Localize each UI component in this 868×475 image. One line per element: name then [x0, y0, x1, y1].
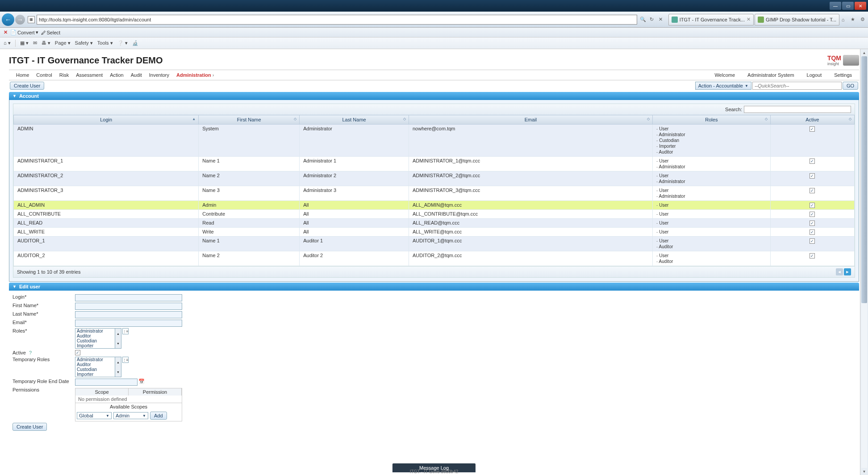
active-checkbox[interactable]: ✓ [810, 229, 815, 235]
active-checkbox[interactable]: ✓ [810, 221, 815, 226]
permission-select[interactable]: Admin▼ [113, 412, 148, 419]
research-icon[interactable]: 🔬 [132, 40, 138, 46]
convert-button[interactable]: 📄 Convert ▾ [10, 29, 38, 35]
email-field[interactable] [75, 320, 182, 327]
forward-button[interactable]: → [15, 15, 25, 25]
table-row[interactable]: ALL_READReadAllALL_READ@tqm.cccUser✓ [14, 219, 855, 228]
column-header-email[interactable]: Email◇ [409, 115, 652, 125]
safety-menu[interactable]: Safety ▾ [75, 40, 93, 46]
search-icon[interactable]: 🔍 [639, 16, 647, 24]
roles-listbox[interactable]: AdministratorAuditorCustodianImporter [75, 328, 115, 349]
add-permission-button[interactable]: Add [150, 412, 167, 420]
column-header-last-name[interactable]: Last Name◇ [300, 115, 409, 125]
tools-menu[interactable]: Tools ▾ [97, 40, 113, 46]
refresh-icon[interactable]: ↻ [648, 16, 656, 24]
role-option[interactable]: Administrator [75, 329, 115, 333]
mail-icon[interactable]: ✉ [33, 40, 37, 46]
scroll-down-icon[interactable]: ▼ [115, 367, 121, 377]
role-option[interactable]: Custodian [75, 367, 115, 372]
toolbar-close-icon[interactable]: ✕ [4, 29, 8, 35]
table-row[interactable]: ADMINSystemAdministratornowhere@com.tqmU… [14, 125, 855, 157]
scope-select[interactable]: Global▼ [77, 412, 112, 419]
role-option[interactable]: Auditor [75, 362, 115, 367]
active-checkbox[interactable]: ✓ [810, 158, 815, 164]
browser-tab[interactable]: GIMP Drop Shadow tutorial - T... [755, 14, 839, 25]
menu-item-administration[interactable]: Administration [173, 72, 217, 78]
table-row[interactable]: ALL_ADMINAdminAllALL_ADMIN@tqm.cccUser✓ [14, 201, 855, 210]
tab-close-icon[interactable]: ✕ [747, 17, 751, 22]
table-row[interactable]: ADMINISTRATOR_2Name 2Administrator 2ADMI… [14, 171, 855, 186]
role-option[interactable]: Auditor [75, 333, 115, 338]
scroll-up-icon[interactable]: ▲ [115, 357, 121, 367]
edit-user-panel-header[interactable]: ▼Edit user [9, 283, 859, 291]
table-row[interactable]: ALL_WRITEWriteAllALL_WRITE@tqm.cccUser✓ [14, 228, 855, 237]
table-row[interactable]: AUDITOR_2Name 2Auditor 2AUDITOR_2@tqm.cc… [14, 251, 855, 266]
table-search-input[interactable] [744, 106, 851, 113]
back-button[interactable]: ← [2, 13, 14, 26]
scroll-down-icon[interactable]: ▼ [860, 468, 868, 475]
column-header-active[interactable]: Active◇ [770, 115, 854, 125]
create-user-button[interactable]: Create User [10, 82, 44, 90]
window-maximize-button[interactable]: ▭ [842, 2, 854, 10]
pager-next[interactable]: ► [844, 268, 851, 275]
role-option[interactable]: Custodian [75, 338, 115, 343]
role-option[interactable]: Importer [75, 372, 115, 377]
role-option[interactable]: Importer [75, 343, 115, 348]
column-header-login[interactable]: Login▲ [14, 115, 199, 125]
menu-item-assessment[interactable]: Assessment [72, 72, 106, 78]
menu-item-action[interactable]: Action [106, 72, 127, 78]
menu-item-audit[interactable]: Audit [127, 72, 146, 78]
table-row[interactable]: ADMINISTRATOR_3Name 3Administrator 3ADMI… [14, 186, 855, 201]
table-row[interactable]: AUDITOR_1Name 1Auditor 1AUDITOR_1@tqm.cc… [14, 237, 855, 251]
address-bar[interactable]: http://tools.tqm-insight.com:8080/itgt/a… [37, 15, 637, 25]
menu-item-inventory[interactable]: Inventory [146, 72, 173, 78]
temp-end-field[interactable] [75, 379, 138, 386]
menu-item-risk[interactable]: Risk [56, 72, 72, 78]
gear-icon[interactable]: ⚙ [859, 16, 866, 23]
go-button[interactable]: GO [843, 82, 858, 90]
create-user-submit-button[interactable]: Create User [13, 423, 47, 431]
menu-item-control[interactable]: Control [33, 72, 55, 78]
active-checkbox[interactable]: ✓ [810, 238, 815, 244]
roles-picker-button[interactable]: ⋮≡ [122, 328, 129, 334]
settings-link[interactable]: Settings [830, 72, 855, 78]
active-checkbox[interactable]: ✓ [810, 203, 815, 208]
vertical-scrollbar[interactable]: ▲ ▼ [860, 49, 868, 475]
favorites-icon[interactable]: ★ [849, 16, 856, 23]
select-button[interactable]: 🖉 Select [41, 30, 61, 35]
temp-roles-picker-button[interactable]: ⋮≡ [122, 357, 129, 363]
active-checkbox[interactable]: ✓ [810, 126, 815, 132]
lastname-field[interactable] [75, 311, 182, 318]
browser-tab[interactable]: ITGT - IT Governance Track...✕ [668, 14, 754, 25]
login-field[interactable] [75, 294, 182, 301]
action-dropdown[interactable]: Action - Accountable▼ [695, 82, 751, 90]
home-icon[interactable]: ⌂ [839, 16, 847, 23]
role-option[interactable]: Administrator [75, 357, 115, 362]
active-checkbox[interactable]: ✓ [810, 212, 815, 217]
window-close-button[interactable]: ✕ [855, 2, 866, 10]
page-menu[interactable]: Page ▾ [55, 40, 71, 46]
scroll-up-icon[interactable]: ▲ [115, 329, 121, 338]
column-header-first-name[interactable]: First Name◇ [199, 115, 300, 125]
help-icon[interactable]: ? [29, 350, 32, 355]
user-label[interactable]: Administrator System [744, 72, 798, 78]
table-row[interactable]: ALL_CONTRIBUTEContributeAllALL_CONTRIBUT… [14, 210, 855, 219]
help-icon[interactable]: ❔ ▾ [117, 40, 128, 46]
menu-item-home[interactable]: Home [13, 72, 33, 78]
scroll-up-icon[interactable]: ▲ [860, 49, 868, 56]
active-checkbox[interactable]: ✓ [810, 173, 815, 179]
firstname-field[interactable] [75, 303, 182, 310]
stop-icon[interactable]: ✕ [657, 16, 665, 24]
home-dropdown[interactable]: ⌂ ▾ [4, 40, 11, 46]
account-panel-header[interactable]: ▼Account [9, 92, 859, 100]
calendar-icon[interactable]: 📅 [138, 379, 145, 384]
scroll-down-icon[interactable]: ▼ [115, 338, 121, 348]
active-checkbox[interactable]: ✓ [810, 253, 815, 258]
active-checkbox[interactable]: ✓ [810, 188, 815, 193]
table-row[interactable]: ADMINISTRATOR_1Name 1Administrator 1ADMI… [14, 157, 855, 171]
scroll-thumb[interactable] [861, 56, 867, 303]
window-minimize-button[interactable]: — [830, 2, 841, 10]
print-icon[interactable]: 🖶 ▾ [42, 40, 50, 46]
feeds-icon[interactable]: ▦ ▾ [20, 40, 29, 46]
active-checkbox[interactable]: ✓ [75, 350, 80, 355]
